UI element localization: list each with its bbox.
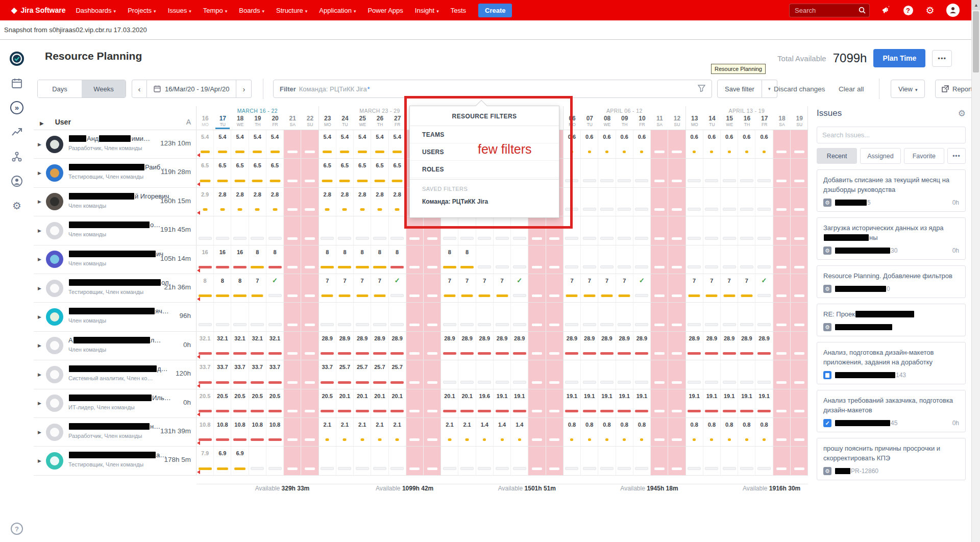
expand-row-icon[interactable]: ▶ (38, 372, 41, 377)
plan-cell[interactable] (249, 303, 266, 331)
filter-funnel-icon[interactable] (698, 85, 705, 93)
plan-cell[interactable] (476, 360, 494, 388)
day-header-24[interactable]: 24TU (336, 115, 354, 128)
plan-cell[interactable]: 2.8 (389, 188, 406, 216)
plan-cell[interactable] (651, 418, 668, 446)
day-header-20[interactable]: 20FR (266, 115, 284, 128)
plan-cell[interactable] (458, 447, 476, 475)
plan-cell[interactable]: 19.1 (738, 389, 755, 417)
plan-cell[interactable]: 2.8 (336, 188, 354, 216)
plan-cell[interactable] (301, 360, 318, 388)
day-header-25[interactable]: 25WE (354, 115, 371, 128)
plan-cell[interactable]: 2.8 (319, 188, 336, 216)
plan-cell[interactable] (773, 360, 791, 388)
plan-cell[interactable] (284, 447, 301, 475)
issue-card[interactable]: Resource Planning. Добавление фильтров⚙0 (817, 265, 966, 298)
issues-search-input[interactable] (817, 127, 966, 143)
plan-cell[interactable] (598, 188, 616, 216)
scrollbar-thumb[interactable] (973, 11, 979, 72)
plan-cell[interactable]: 20.1 (336, 389, 354, 417)
plan-cell[interactable]: 28.9 (336, 332, 354, 360)
plan-cell[interactable] (528, 332, 546, 360)
plan-cell[interactable] (301, 447, 318, 475)
plan-cell[interactable] (371, 447, 388, 475)
plan-cell[interactable] (581, 188, 598, 216)
plan-cell[interactable]: 5.4 (389, 130, 406, 158)
plan-cell[interactable] (738, 360, 755, 388)
issue-card[interactable]: прошу пояснить причины просрочки и скорр… (817, 438, 966, 480)
plan-cell[interactable] (738, 447, 755, 475)
plan-cell[interactable] (336, 447, 354, 475)
plan-cell[interactable] (773, 216, 791, 244)
plan-cell[interactable]: 1.4 (476, 418, 494, 446)
plan-cell[interactable]: 32.1 (249, 332, 266, 360)
plan-cell[interactable] (476, 303, 494, 331)
plan-cell[interactable] (494, 303, 511, 331)
plan-cell[interactable] (284, 216, 301, 244)
plan-cell[interactable] (371, 303, 388, 331)
plan-cell[interactable] (424, 389, 441, 417)
plan-cell[interactable] (703, 447, 721, 475)
plan-cell[interactable]: 0.6 (738, 130, 755, 158)
plan-cell[interactable]: 0.8 (581, 418, 598, 446)
day-header-10[interactable]: 10FR (633, 115, 651, 128)
plan-cell[interactable] (773, 188, 791, 216)
user-cell[interactable]: ▶Ал…Член команды0h (34, 332, 197, 360)
announcements-icon[interactable]: ⁴ (880, 5, 892, 16)
plan-cell[interactable]: 20.5 (249, 389, 266, 417)
plan-cell[interactable] (214, 216, 231, 244)
plan-cell[interactable]: 25.7 (354, 360, 371, 388)
plan-cell[interactable]: 8 (336, 245, 354, 274)
plan-cell[interactable]: 8 (319, 245, 336, 274)
plan-cell[interactable]: 7 (249, 274, 266, 302)
plan-cell[interactable] (528, 418, 546, 446)
plan-cell[interactable]: 7 (458, 274, 476, 302)
plan-cell[interactable]: 5.4 (249, 130, 266, 158)
plan-cell[interactable]: 6.9 (231, 447, 249, 475)
plan-cell[interactable] (633, 188, 651, 216)
plan-cell[interactable] (581, 303, 598, 331)
plan-cell[interactable] (755, 447, 773, 475)
plan-cell[interactable]: 20.1 (458, 389, 476, 417)
plan-cell[interactable]: 19.1 (686, 389, 703, 417)
plan-cell[interactable]: 2.1 (441, 418, 458, 446)
expand-row-icon[interactable]: ▶ (38, 458, 41, 463)
plan-cell[interactable] (511, 245, 528, 274)
plan-cell[interactable]: 6.5 (266, 159, 284, 187)
plan-cell[interactable]: 6.5 (354, 159, 371, 187)
admin-gear-icon[interactable]: ⚙ (924, 5, 936, 16)
user-cell[interactable]: ▶яч…Член команды96h (34, 303, 197, 331)
plan-cell[interactable]: 2.1 (389, 418, 406, 446)
plan-cell[interactable]: 6.5 (389, 159, 406, 187)
plan-cell[interactable]: 28.9 (755, 332, 773, 360)
plan-cell[interactable] (564, 360, 581, 388)
plan-cell[interactable] (703, 159, 721, 187)
plan-cell[interactable]: 8 (371, 245, 388, 274)
plan-cell[interactable] (791, 216, 808, 244)
plan-cell[interactable] (651, 216, 668, 244)
plan-cell[interactable] (651, 274, 668, 302)
plan-cell[interactable] (686, 303, 703, 331)
plan-cell[interactable] (284, 303, 301, 331)
plan-cell[interactable]: 28.9 (616, 332, 633, 360)
app-logo[interactable]: ◆ Jira Software (11, 6, 65, 15)
plan-cell[interactable]: 0.8 (738, 418, 755, 446)
plan-cell[interactable] (686, 360, 703, 388)
plan-cell[interactable]: 19.1 (598, 389, 616, 417)
day-header-16[interactable]: 16TH (738, 115, 755, 128)
plan-cell[interactable] (284, 245, 301, 274)
plan-cell[interactable]: 33.7 (249, 360, 266, 388)
plan-cell[interactable]: 0.8 (703, 418, 721, 446)
plan-cell[interactable]: 28.9 (686, 332, 703, 360)
day-header-21[interactable]: 21SA (284, 115, 301, 128)
plan-cell[interactable] (581, 159, 598, 187)
plan-cell[interactable] (424, 303, 441, 331)
plan-cell[interactable] (284, 159, 301, 187)
plan-cell[interactable] (511, 360, 528, 388)
plan-cell[interactable]: 32.1 (214, 332, 231, 360)
plan-cell[interactable] (633, 159, 651, 187)
plan-cell[interactable]: 5.4 (371, 130, 388, 158)
issue-card[interactable]: Добавить списание за текущий месяц на дэ… (817, 169, 966, 212)
plan-cell[interactable] (581, 360, 598, 388)
plan-cell[interactable] (546, 332, 564, 360)
